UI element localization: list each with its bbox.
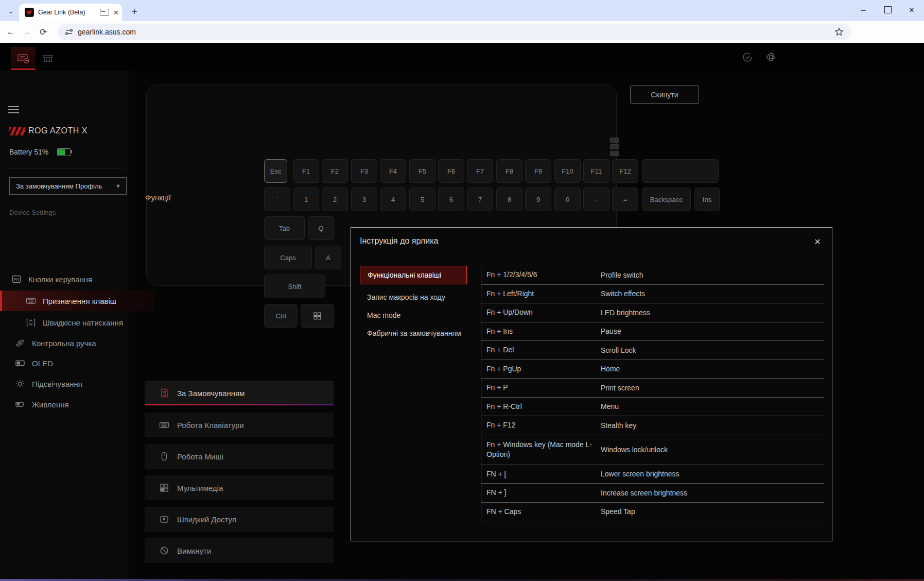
key-ins[interactable]: Ins: [694, 187, 720, 211]
sidebar-item-label: Підсвічування: [32, 380, 82, 388]
mouse-icon: [159, 451, 169, 462]
key-3[interactable]: 3: [351, 187, 377, 211]
scroll-wheel[interactable]: [610, 138, 619, 156]
function-item-doc[interactable]: За Замовчуванням: [145, 381, 334, 405]
key-f12[interactable]: F12: [612, 159, 638, 183]
battery-row: Battery 51%: [9, 148, 71, 156]
key-f3[interactable]: F3: [351, 159, 377, 183]
fn-icon: FN: [11, 274, 22, 284]
shortcut-combo: Fn + PgUp: [481, 364, 595, 374]
key-5[interactable]: 5: [409, 187, 435, 211]
key-esc[interactable]: Esc: [264, 159, 287, 183]
key-caps[interactable]: Caps: [264, 246, 312, 269]
function-item-ban[interactable]: Вимкнути: [145, 538, 334, 563]
key-0[interactable]: 0: [554, 187, 581, 211]
key--[interactable]: -: [583, 187, 609, 211]
key-2[interactable]: 2: [322, 187, 348, 211]
key-backspace[interactable]: Backspace: [642, 187, 691, 211]
key-1[interactable]: 1: [293, 187, 319, 211]
device-store-tab-icon[interactable]: [41, 51, 55, 65]
key-f6[interactable]: F6: [438, 159, 464, 183]
settings-gear-icon[interactable]: [765, 51, 777, 63]
shortcut-action: Switch effects: [595, 289, 645, 298]
shortcut-row-0: Fn + 1/2/3/4/5/6Profile switch: [481, 266, 824, 285]
function-item-label: Вимкнути: [177, 546, 211, 555]
key-win[interactable]: [301, 304, 334, 328]
function-item-keyboard[interactable]: Робота Клавіатури: [145, 413, 334, 437]
shortcut-combo: Fn + Up/Down: [481, 307, 595, 317]
key-f7[interactable]: F7: [467, 159, 493, 183]
tab-search-icon[interactable]: ⌄: [4, 4, 18, 18]
address-bar[interactable]: gearlink.asus.com: [58, 24, 851, 40]
dialog-menu-item-3[interactable]: Фабричні за замовчуванням: [360, 324, 467, 343]
dialog-title: Інструкція до ярлика: [360, 236, 438, 246]
panel-divider: [341, 343, 341, 579]
key-ctrl[interactable]: Ctrl: [264, 304, 298, 328]
browser-tab[interactable]: Gear Link (Beta) ✕: [19, 4, 122, 21]
key-a[interactable]: A: [315, 246, 341, 269]
key-4[interactable]: 4: [380, 187, 406, 211]
profile-dropdown-value: За замовчуванням Профіль: [16, 182, 102, 190]
key-f1[interactable]: F1: [293, 159, 319, 183]
key-f9[interactable]: F9: [525, 159, 551, 183]
key-q[interactable]: Q: [308, 216, 334, 240]
maximize-icon: [884, 6, 892, 13]
shortcut-action: LED brightness: [595, 309, 650, 317]
shortcut-row-2: Fn + Up/DownLED brightness: [481, 303, 824, 322]
hamburger-menu-icon[interactable]: [8, 106, 19, 114]
battery-icon: [57, 148, 71, 156]
shortcut-row-8: Fn + F12Stealth key: [481, 416, 824, 435]
dialog-close-icon[interactable]: ✕: [812, 236, 823, 247]
function-item-label: Мультимедіа: [177, 484, 223, 492]
window-close-button[interactable]: ✕: [900, 0, 923, 20]
key-7[interactable]: 7: [467, 187, 493, 211]
app-header: [0, 43, 924, 71]
key-blank[interactable]: [642, 159, 719, 183]
key-tab[interactable]: Tab: [264, 216, 305, 240]
sidebar: ROG AZOTH X Battery 51% За замовчуванням…: [0, 71, 129, 579]
dialog-menu-item-2[interactable]: Mac mode: [360, 306, 467, 324]
sidebar-item-dial[interactable]: Контрольна ручка: [0, 333, 144, 353]
keyboard-icon: [159, 420, 169, 430]
bookmark-star-icon[interactable]: [834, 27, 844, 37]
key-6[interactable]: 6: [438, 187, 464, 211]
sync-check-icon[interactable]: [741, 51, 754, 63]
function-item-grid[interactable]: Мультимедіа: [145, 475, 334, 500]
key-f4[interactable]: F4: [380, 159, 406, 183]
site-info-icon[interactable]: [64, 27, 74, 37]
key-f11[interactable]: F11: [583, 159, 609, 183]
shortcut-combo: Fn + F12: [481, 420, 595, 430]
reload-icon[interactable]: ⟳: [36, 24, 51, 40]
forward-icon[interactable]: →: [19, 24, 34, 40]
key-`[interactable]: `: [264, 187, 290, 211]
tab-close-icon[interactable]: ✕: [113, 9, 119, 16]
sidebar-item-light[interactable]: Підсвічування: [0, 373, 144, 394]
key-9[interactable]: 9: [525, 187, 551, 211]
dialog-menu-item-1[interactable]: Запис макросів на ходу: [360, 288, 467, 306]
key-f2[interactable]: F2: [322, 159, 348, 183]
key-=[interactable]: =: [612, 187, 638, 211]
key-f5[interactable]: F5: [409, 159, 435, 183]
device-keyboard-tab-icon[interactable]: [16, 51, 30, 65]
key-shift[interactable]: Shift: [264, 275, 325, 298]
key-8[interactable]: 8: [496, 187, 522, 211]
tab-preview-icon: [100, 9, 109, 16]
battery-label: Battery 51%: [9, 148, 48, 156]
key-f10[interactable]: F10: [554, 159, 581, 183]
shortcut-row-6: Fn + PPrint screen: [481, 379, 824, 398]
reset-button[interactable]: Скинути: [630, 86, 699, 104]
sidebar-item-power[interactable]: Живлення: [0, 394, 144, 415]
sidebar-item-oled[interactable]: OLED: [0, 353, 144, 373]
key-f8[interactable]: F8: [496, 159, 522, 183]
sidebar-item-fn[interactable]: FNКнопки керування: [0, 269, 140, 289]
dialog-menu-item-0[interactable]: Функціональні клавіші: [360, 266, 467, 284]
window-maximize-button[interactable]: [876, 0, 900, 20]
profile-dropdown[interactable]: За замовчуванням Профіль ▼: [9, 177, 127, 195]
shortcut-action: Pause: [595, 327, 621, 335]
window-minimize-button[interactable]: ─: [851, 0, 875, 20]
back-icon[interactable]: ←: [3, 24, 19, 40]
sidebar-item-label: Живлення: [32, 400, 69, 409]
new-tab-button[interactable]: +: [127, 5, 142, 19]
function-item-mouse[interactable]: Робота Миші: [145, 444, 334, 469]
function-item-quick[interactable]: Швидкий Доступ: [145, 507, 334, 532]
